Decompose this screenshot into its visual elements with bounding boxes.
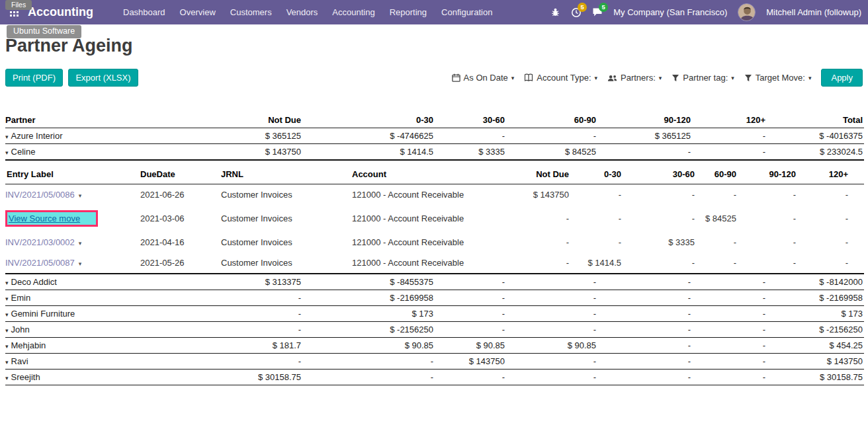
amount-cell: - [435, 322, 506, 338]
amount-cell: - [597, 306, 692, 322]
collapse-caret-icon[interactable]: ▾ [5, 311, 9, 318]
filter-target-move[interactable]: Target Move:▾ [744, 73, 812, 83]
invoice-link[interactable]: INV/2021/05/0087 [5, 258, 75, 268]
menu-item-overview[interactable]: Overview [173, 0, 223, 24]
main-menu: DashboardOverviewCustomersVendorsAccount… [116, 0, 499, 24]
filter-partner-tag[interactable]: Partner tag:▾ [672, 73, 734, 83]
amount-cell: - [623, 184, 696, 206]
partner-name[interactable]: ▾Azure Interior [5, 128, 171, 144]
entry-line-row: INV/2021/05/0087▾2021-05-26Customer Invo… [5, 253, 864, 274]
print-pdf-button[interactable]: Print (PDF) [5, 69, 63, 87]
export-xlsx-button[interactable]: Export (XLSX) [68, 69, 138, 87]
journal-cell: Customer Invoices [220, 205, 351, 232]
menu-item-reporting[interactable]: Reporting [382, 0, 434, 24]
amount-cell: - [506, 354, 597, 370]
amount-cell: - [435, 306, 506, 322]
caret-down-icon[interactable]: ▾ [79, 192, 82, 199]
entry-column-header-duedate: DueDate [139, 161, 220, 184]
filter-partners[interactable]: Partners:▾ [607, 73, 662, 83]
entry-label-cell: INV/2021/03/0002▾ [5, 232, 139, 253]
partner-name[interactable]: ▾Celine [5, 144, 171, 161]
filter-label: Partners: [621, 73, 656, 83]
partner-name[interactable]: ▾Gemini Furniture [5, 306, 171, 322]
amount-cell: - [302, 370, 435, 385]
partner-row: ▾Deco Addict$ 313375$ -8455375----$ -814… [5, 274, 864, 290]
amount-cell: - [692, 290, 767, 306]
amount-cell: - [597, 144, 692, 161]
invoice-link[interactable]: INV/2021/03/0002 [5, 237, 75, 247]
partner-row: ▾Mehjabin$ 181.7$ 90.85$ 90.85$ 90.85--$… [5, 338, 864, 354]
amount-cell: - [692, 144, 767, 161]
collapse-caret-icon[interactable]: ▾ [5, 280, 9, 286]
amount-cell: - [597, 322, 692, 338]
amount-cell: $ -4016375 [767, 128, 864, 144]
amount-cell: - [597, 370, 692, 385]
ageing-report: PartnerNot Due0-3030-6060-9090-120120+To… [0, 112, 868, 385]
menu-item-accounting[interactable]: Accounting [325, 0, 382, 24]
partner-row: ▾Celine$ 143750$ 1414.5$ 3335$ 84525--$ … [5, 144, 864, 161]
entry-label-cell: View Source move [5, 205, 139, 232]
entry-column-header-30-60: 30-60 [623, 161, 696, 184]
apply-button[interactable]: Apply [821, 69, 863, 87]
app-name[interactable]: Accounting [28, 5, 93, 19]
partner-name[interactable]: ▾Emin [5, 290, 171, 306]
column-header-30-60: 30-60 [435, 112, 506, 128]
filter-account-type[interactable]: Account Type:▾ [524, 73, 597, 83]
avatar[interactable] [738, 3, 756, 21]
amount-cell: - [696, 184, 738, 206]
collapse-caret-icon[interactable]: ▾ [5, 359, 9, 366]
view-source-move-link[interactable]: View Source move [5, 210, 98, 227]
partner-row: ▾John-$ -2156250----$ -2156250 [5, 322, 864, 338]
collapse-caret-icon[interactable]: ▾ [5, 375, 9, 381]
filter-label: Target Move: [756, 73, 805, 83]
amount-cell: $ 90.85 [506, 338, 597, 354]
collapse-caret-icon[interactable]: ▾ [5, 327, 9, 334]
activity-clock-icon[interactable]: 5 [571, 7, 582, 18]
activity-badge: 5 [578, 3, 587, 12]
amount-cell: $ -8455375 [302, 274, 435, 290]
navbar-systray: 5 5 My Company (San Francisco) Mitchell … [550, 3, 861, 21]
export-buttons: Print (PDF) Export (XLSX) [5, 69, 141, 87]
partner-row: ▾Emin-$ -2169958----$ -2169958 [5, 290, 864, 306]
entry-column-header-not-due: Not Due [509, 161, 570, 184]
amount-cell: - [692, 322, 767, 338]
messages-icon[interactable]: 5 [592, 7, 603, 17]
filter-label: Account Type: [537, 73, 591, 83]
amount-cell: - [570, 184, 623, 206]
users-icon [607, 74, 617, 82]
collapse-caret-icon[interactable]: ▾ [5, 343, 9, 350]
amount-cell: - [435, 290, 506, 306]
debug-bug-icon[interactable] [550, 7, 560, 17]
caret-down-icon: ▾ [808, 75, 812, 81]
entry-column-header-120: 120+ [797, 161, 864, 184]
amount-cell: $ 173 [302, 306, 435, 322]
menu-item-dashboard[interactable]: Dashboard [116, 0, 173, 24]
amount-cell: - [696, 232, 738, 253]
partner-name[interactable]: ▾John [5, 322, 171, 338]
invoice-link[interactable]: INV/2021/05/0086 [5, 190, 75, 200]
menu-item-configuration[interactable]: Configuration [434, 0, 499, 24]
amount-cell: $ 233024.5 [767, 144, 864, 161]
due-date-cell: 2021-06-26 [139, 184, 220, 206]
filter-as-on-date[interactable]: As On Date▾ [452, 73, 515, 83]
account-cell: 121000 - Account Receivable [351, 232, 509, 253]
entry-column-header-0-30: 0-30 [570, 161, 623, 184]
menu-item-vendors[interactable]: Vendors [279, 0, 326, 24]
collapse-caret-icon[interactable]: ▾ [5, 134, 9, 140]
collapse-caret-icon[interactable]: ▾ [5, 295, 9, 302]
collapse-caret-icon[interactable]: ▾ [5, 149, 9, 156]
partner-name[interactable]: ▾Mehjabin [5, 338, 171, 354]
amount-cell: - [171, 290, 302, 306]
partner-name[interactable]: ▾Ravi [5, 354, 171, 370]
amount-cell: - [506, 322, 597, 338]
caret-down-icon: ▾ [659, 75, 662, 81]
user-menu[interactable]: Mitchell Admin (followup) [766, 7, 861, 17]
partner-name[interactable]: ▾Deco Addict [5, 274, 171, 290]
caret-down-icon[interactable]: ▾ [79, 240, 82, 247]
amount-cell: - [570, 232, 623, 253]
amount-cell: - [692, 306, 767, 322]
caret-down-icon[interactable]: ▾ [79, 260, 82, 267]
menu-item-customers[interactable]: Customers [223, 0, 279, 24]
partner-name[interactable]: ▾Sreejith [5, 370, 171, 385]
company-switcher[interactable]: My Company (San Francisco) [613, 7, 727, 17]
